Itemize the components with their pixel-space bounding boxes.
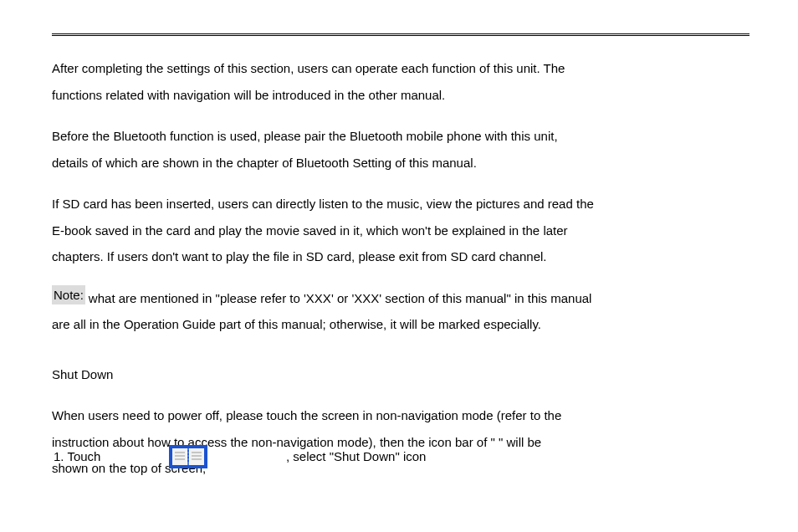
section-heading: Shut Down bbox=[52, 361, 749, 388]
svg-point-13 bbox=[187, 457, 189, 458]
step-icon-wrap bbox=[169, 445, 286, 468]
svg-point-11 bbox=[187, 450, 189, 452]
paragraph-line: After completing the settings of this se… bbox=[52, 55, 749, 82]
document-page: After completing the settings of this se… bbox=[0, 0, 798, 532]
svg-point-12 bbox=[187, 453, 189, 455]
paragraph-line: Before the Bluetooth function is used, p… bbox=[52, 123, 749, 150]
paragraph-line: E-book saved in the card and play the mo… bbox=[52, 217, 749, 244]
paragraph-line: If SD card has been inserted, users can … bbox=[52, 191, 749, 217]
paragraph-line: are all in the Operation Guide part of t… bbox=[52, 311, 749, 338]
note-text: what are mentioned in "please refer to '… bbox=[89, 285, 592, 312]
paragraph-line: When users need to power off, please tou… bbox=[52, 402, 749, 429]
paragraph-line: details of which are shown in the chapte… bbox=[52, 150, 749, 176]
note-block: Note: what are mentioned in "please refe… bbox=[52, 285, 749, 312]
paragraph-line: functions related with navigation will b… bbox=[52, 82, 749, 109]
step-row: 1. Touch , select "Shut Down" icon bbox=[52, 445, 749, 468]
svg-rect-3 bbox=[190, 448, 204, 465]
step-number-text: 1. Touch bbox=[52, 447, 169, 467]
note-label: Note: bbox=[52, 285, 85, 304]
step-text: , select "Shut Down" icon bbox=[286, 447, 749, 467]
body-content: After completing the settings of this se… bbox=[52, 55, 749, 482]
svg-point-14 bbox=[187, 460, 189, 462]
paragraph-line: chapters. If users don't want to play th… bbox=[52, 243, 749, 270]
header-rule bbox=[52, 33, 749, 36]
svg-rect-2 bbox=[172, 448, 187, 465]
book-icon bbox=[169, 445, 207, 468]
